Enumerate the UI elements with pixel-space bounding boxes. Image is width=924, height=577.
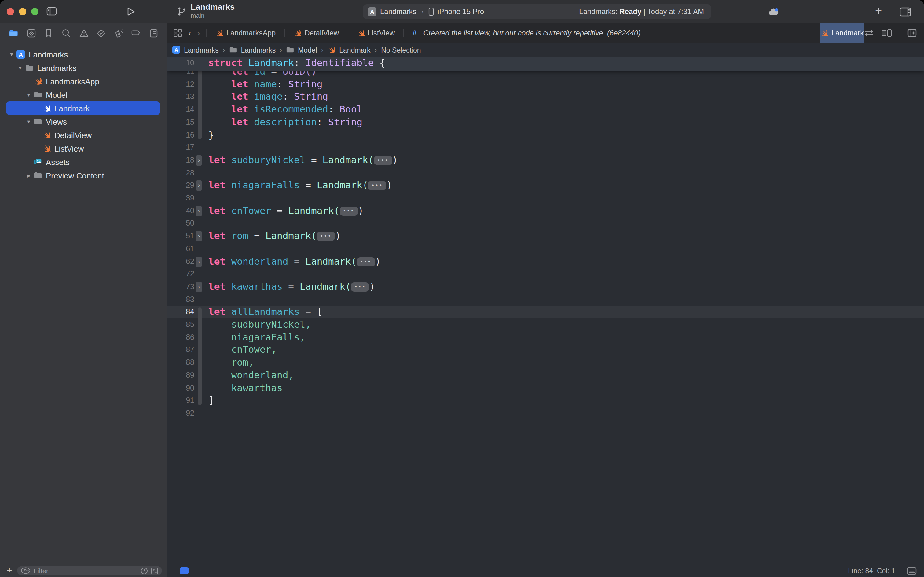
swap-editors-icon[interactable] [864,29,874,37]
folded-code-chip[interactable]: ••• [374,156,392,165]
sticky-declaration-line[interactable]: 10struct Landmark: Identifiable { [167,57,924,71]
code-line-17[interactable]: 17 [167,141,924,154]
folded-code-chip[interactable]: ••• [357,257,375,266]
sidebar-item-detailview[interactable]: DetailView [0,128,167,142]
code-line-28[interactable]: 28 [167,166,924,179]
code-line-73[interactable]: 73›let kawarthas = Landmark(•••) [167,280,924,293]
disclosure-chevron-icon[interactable]: ▼ [26,119,32,124]
sidebar-item-landmarksapp[interactable]: LandmarksApp [0,74,167,88]
related-items-icon[interactable] [174,29,182,37]
code-line-62[interactable]: 62›let wonderland = Landmark(•••) [167,255,924,268]
scheme-selector[interactable]: A Landmarks › iPhone 15 Pro [363,7,484,16]
sidebar-item-model[interactable]: ▼Model [0,88,167,102]
code-line-18[interactable]: 18›let sudburyNickel = Landmark(•••) [167,154,924,167]
code-line-84[interactable]: 84let allLandmarks = [ [167,306,924,319]
tab-landmark-active[interactable]: Landmark [820,23,864,43]
code-line-13[interactable]: 13 let image: String [167,91,924,103]
disclosure-chevron-icon[interactable]: ▼ [17,65,23,71]
code-line-90[interactable]: 90 kawarthas [167,382,924,395]
source-control-navigator-icon[interactable] [27,28,36,38]
scheme-project-label[interactable]: Landmarks [380,7,417,16]
code-text: let sudburyNickel = Landmark(•••) [208,154,398,167]
close-window-button[interactable] [7,8,14,15]
fold-disclosure-icon[interactable]: › [196,256,202,267]
code-line-87[interactable]: 87 cnTower, [167,344,924,357]
code-line-12[interactable]: 12 let name: String [167,78,924,91]
code-line-61[interactable]: 61 [167,243,924,256]
toggle-inspector-icon[interactable] [900,7,911,16]
scheme-device-label[interactable]: iPhone 15 Pro [438,7,484,16]
filter-field[interactable]: Filter [17,566,162,575]
disclosure-chevron-icon[interactable]: ▶ [26,172,32,178]
breadcrumb-item[interactable]: Landmarks [241,46,275,53]
code-line-88[interactable]: 88 rom, [167,356,924,369]
breakpoints-navigator-icon[interactable] [132,28,141,38]
zoom-window-button[interactable] [31,8,39,15]
adjust-editor-icon[interactable] [907,566,917,575]
reports-navigator-icon[interactable] [149,28,158,38]
tab-landmarksapp[interactable]: LandmarksApp [207,23,284,43]
folded-code-chip[interactable]: ••• [317,232,335,241]
recent-files-icon[interactable] [140,567,148,574]
fold-disclosure-icon[interactable]: › [196,155,202,166]
sidebar-item-landmarks[interactable]: ▼Landmarks [0,61,167,74]
folded-code-chip[interactable]: ••• [351,282,369,292]
fold-disclosure-icon[interactable]: › [196,231,202,242]
sidebar-item-listview[interactable]: ListView [0,142,167,155]
code-line-72[interactable]: 72 [167,268,924,280]
code-line-92[interactable]: 92 [167,407,924,420]
bookmarks-navigator-icon[interactable] [44,28,53,38]
tab-detailview[interactable]: DetailView [285,23,348,43]
code-line-50[interactable]: 50 [167,217,924,230]
issues-navigator-icon[interactable] [79,28,88,38]
find-navigator-icon[interactable] [62,28,71,38]
sidebar-item-landmarks[interactable]: ▼ALandmarks [0,48,167,61]
fold-disclosure-icon[interactable]: › [196,206,202,216]
disclosure-chevron-icon[interactable]: ▼ [8,52,14,57]
add-editor-icon[interactable] [908,29,917,37]
sidebar-item-views[interactable]: ▼Views [0,115,167,128]
code-line-89[interactable]: 89 wonderland, [167,369,924,382]
fold-disclosure-icon[interactable]: › [196,282,202,292]
minimap-icon[interactable] [881,29,892,37]
tab-listview[interactable]: ListView [348,23,403,43]
sidebar-item-landmark[interactable]: Landmark [0,102,167,115]
code-line-86[interactable]: 86 niagaraFalls, [167,331,924,344]
run-button[interactable] [127,7,135,16]
source-control-filter-icon[interactable] [151,567,158,574]
code-line-83[interactable]: 83 [167,293,924,306]
forward-button[interactable]: › [197,28,200,38]
code-line-15[interactable]: 15 let description: String [167,116,924,129]
tab-commit-message[interactable]: # Created the list view, but our code is… [404,23,820,43]
debug-area-indicator[interactable] [180,567,189,574]
code-line-29[interactable]: 29›let niagaraFalls = Landmark(•••) [167,179,924,192]
disclosure-chevron-icon[interactable]: ▼ [26,92,32,97]
add-file-button[interactable]: + [0,565,17,576]
code-line-51[interactable]: 51›let rom = Landmark(•••) [167,230,924,243]
code-line-16[interactable]: 16} [167,129,924,142]
folded-code-chip[interactable]: ••• [340,206,358,216]
project-navigator-icon[interactable] [8,28,18,38]
toggle-sidebar-icon[interactable] [47,7,57,16]
fold-disclosure-icon[interactable]: › [196,181,202,191]
breadcrumb-item[interactable]: Landmark [339,46,370,53]
folded-code-chip[interactable]: ••• [368,181,386,190]
code-editor[interactable]: 11 let id = UUID()12 let name: String13 … [167,57,924,564]
breadcrumb-item[interactable]: No Selection [381,46,421,53]
code-token: Landmark( [288,205,340,216]
breadcrumb-item[interactable]: Model [298,46,317,53]
code-line-40[interactable]: 40›let cnTower = Landmark(•••) [167,205,924,217]
sidebar-item-preview-content[interactable]: ▶Preview Content [0,169,167,182]
add-tab-button[interactable]: + [875,4,882,18]
sidebar-item-assets[interactable]: Assets [0,155,167,169]
back-button[interactable]: ‹ [188,28,191,38]
breadcrumb-item[interactable]: Landmarks [184,46,219,53]
sidebar-divider[interactable] [167,23,167,564]
code-line-91[interactable]: 91] [167,394,924,407]
minimize-window-button[interactable] [19,8,26,15]
code-line-39[interactable]: 39 [167,192,924,205]
code-line-14[interactable]: 14 let isRecommended: Bool [167,103,924,116]
tests-navigator-icon[interactable] [97,28,106,38]
debug-navigator-icon[interactable] [114,28,124,38]
code-line-85[interactable]: 85 sudburyNickel, [167,318,924,331]
